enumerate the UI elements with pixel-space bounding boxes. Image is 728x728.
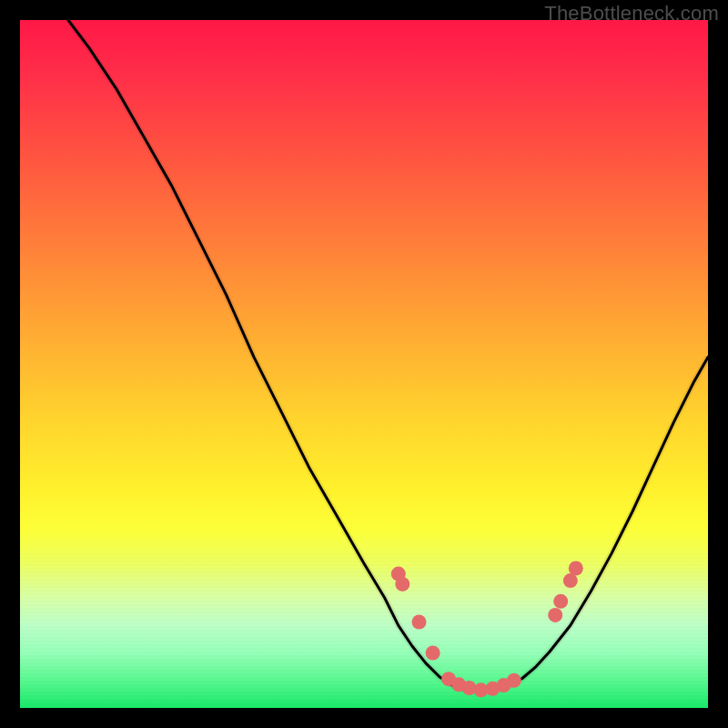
watermark-text: TheBottleneck.com (544, 2, 719, 25)
curve-marker (548, 608, 562, 622)
curve-markers (391, 561, 583, 698)
chart-frame: TheBottleneck.com (0, 0, 728, 728)
plot-area (20, 20, 708, 708)
curve-marker (553, 594, 568, 609)
curve-marker (426, 646, 440, 661)
chart-svg (20, 20, 708, 708)
curve-marker (412, 615, 427, 630)
bottleneck-curve (68, 20, 708, 692)
curve-marker (507, 673, 521, 688)
bottleneck-curve-glow (68, 20, 708, 692)
curve-marker (563, 573, 578, 588)
curve-marker (569, 561, 583, 576)
curve-marker (395, 577, 410, 592)
